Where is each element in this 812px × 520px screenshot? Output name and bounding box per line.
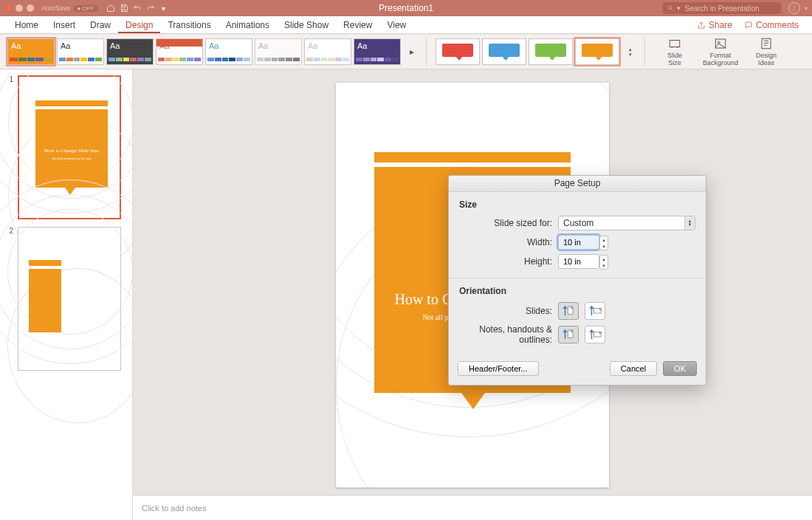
width-input[interactable]: ▲▼ <box>558 235 599 250</box>
close-icon[interactable] <box>4 4 12 12</box>
section-size: Size <box>459 199 695 210</box>
variant-swatch[interactable] <box>529 38 573 65</box>
theme-swatch[interactable]: Aa <box>156 38 203 65</box>
redo-icon[interactable] <box>145 3 156 13</box>
tab-review[interactable]: Review <box>336 16 379 33</box>
tab-slide-show[interactable]: Slide Show <box>277 16 336 33</box>
separator <box>644 38 645 66</box>
search-icon <box>667 4 674 12</box>
lbl-width: Width: <box>459 237 552 247</box>
design-ideas-button[interactable]: Design Ideas <box>749 37 784 66</box>
tab-design[interactable]: Design <box>118 16 160 33</box>
lbl-notes-orientation: Notes, handouts & outlines: <box>459 324 552 345</box>
section-orientation: Orientation <box>459 286 695 296</box>
variant-gallery <box>436 38 619 65</box>
svg-rect-5 <box>762 38 771 49</box>
theme-swatch[interactable]: Aa <box>304 38 351 65</box>
slide-size-button[interactable]: Slide Size <box>657 37 692 66</box>
lbl-height: Height: <box>459 256 552 267</box>
workspace: 1How to Change Slide SizeNot all present… <box>0 69 812 520</box>
home-icon[interactable] <box>106 3 116 13</box>
slides-portrait-button[interactable] <box>558 302 579 320</box>
titlebar: AutoSave ● OFF ▾ Presentation1 ▾ ▾ <box>0 0 812 16</box>
slide-thumb[interactable] <box>18 227 121 371</box>
slide-sized-for-combo[interactable]: Custom ▲▼ <box>558 216 695 230</box>
window-controls <box>4 4 34 12</box>
height-field[interactable] <box>562 256 587 267</box>
search-input[interactable] <box>684 4 777 13</box>
theme-gallery: AaAaAaAaAaAaAaAa <box>7 38 401 65</box>
search-box[interactable]: ▾ <box>663 2 781 14</box>
lbl-slides-orientation: Slides: <box>459 306 552 316</box>
theme-swatch[interactable]: Aa <box>7 38 55 65</box>
share-button[interactable]: Share <box>691 16 738 33</box>
format-background-button[interactable]: Format Background <box>703 37 738 66</box>
tab-home[interactable]: Home <box>7 16 46 33</box>
save-icon[interactable] <box>119 3 129 13</box>
zoom-icon[interactable] <box>27 4 34 12</box>
width-stepper[interactable]: ▲▼ <box>599 236 608 250</box>
tab-view[interactable]: View <box>379 16 413 33</box>
theme-swatch[interactable]: Aa <box>255 38 302 65</box>
combo-chevron-icon[interactable]: ▲▼ <box>684 216 695 230</box>
slide-thumbnail-pane[interactable]: 1How to Change Slide SizeNot all present… <box>0 69 133 520</box>
svg-rect-2 <box>670 41 680 47</box>
tab-transitions[interactable]: Transitions <box>160 16 218 33</box>
variant-swatch[interactable] <box>575 38 619 65</box>
theme-swatch[interactable]: Aa <box>354 38 401 65</box>
width-field[interactable] <box>562 237 587 247</box>
undo-icon[interactable] <box>132 3 142 13</box>
dialog-title: Page Setup <box>449 176 706 192</box>
theme-swatch[interactable]: Aa <box>106 38 154 65</box>
separator <box>426 38 427 66</box>
cancel-button[interactable]: Cancel <box>610 361 657 376</box>
minimize-icon[interactable] <box>16 4 23 12</box>
page-setup-dialog: Page Setup Size Slide sized for: Custom … <box>448 175 706 386</box>
theme-swatch[interactable]: Aa <box>57 38 104 65</box>
variant-gallery-more-icon[interactable]: ▴▾ <box>625 47 636 57</box>
qat-customize-icon[interactable]: ▾ <box>159 3 169 13</box>
ribbon-design: AaAaAaAaAaAaAaAa ▸ ▴▾ Slide Size Format … <box>0 34 812 69</box>
variant-swatch[interactable] <box>436 38 480 65</box>
tab-animations[interactable]: Animations <box>219 16 277 33</box>
notes-portrait-button[interactable] <box>558 326 579 343</box>
comments-button[interactable]: Comments <box>738 16 805 33</box>
height-input[interactable]: ▲▼ <box>558 254 599 269</box>
account-chevron-icon[interactable]: ▾ <box>805 5 808 12</box>
slide-canvas-area: How to Change Slide Size Not all present… <box>133 69 812 520</box>
autosave-toggle[interactable]: AutoSave ● OFF <box>41 4 98 12</box>
ribbon-tabs: Home Insert Draw Design Transitions Anim… <box>0 16 812 34</box>
theme-gallery-more-icon[interactable]: ▸ <box>407 47 417 57</box>
tab-draw[interactable]: Draw <box>83 16 118 33</box>
account-icon[interactable] <box>788 2 800 14</box>
lbl-sized-for: Slide sized for: <box>459 218 552 228</box>
tab-insert[interactable]: Insert <box>46 16 83 33</box>
notes-pane[interactable]: Click to add notes <box>133 495 812 520</box>
svg-point-0 <box>668 6 671 9</box>
variant-swatch[interactable] <box>482 38 526 65</box>
slides-landscape-button[interactable] <box>585 302 605 320</box>
notes-landscape-button[interactable] <box>585 326 605 343</box>
svg-point-1 <box>794 6 796 8</box>
theme-swatch[interactable]: Aa <box>205 38 252 65</box>
ok-button[interactable]: OK <box>663 361 697 376</box>
height-stepper[interactable]: ▲▼ <box>599 255 608 270</box>
header-footer-button[interactable]: Header/Footer... <box>458 361 539 376</box>
